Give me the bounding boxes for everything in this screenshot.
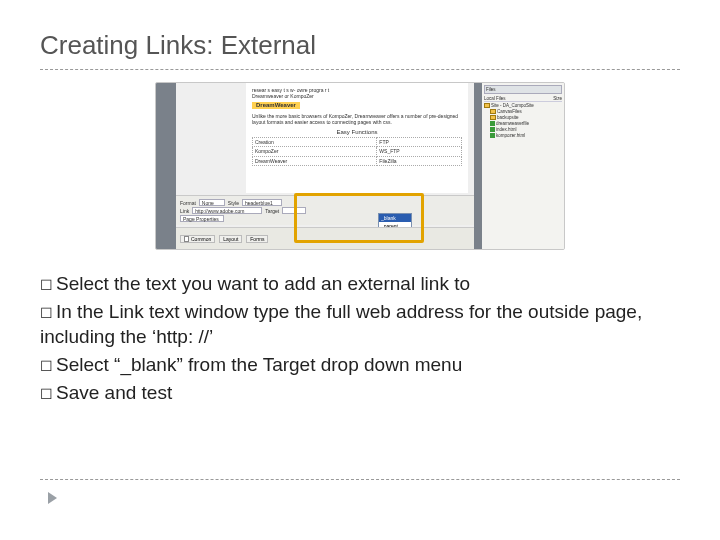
- document-view: resear s easy t s w- owre progra r t Dre…: [246, 83, 468, 193]
- site-root[interactable]: Site - DA_CompoSite: [491, 103, 534, 108]
- chip-label: Layout: [223, 236, 238, 242]
- doc-line: Dreamweaver or KompoZer: [252, 93, 462, 99]
- bullet-item: ☐In the Link text window type the full w…: [40, 299, 680, 350]
- target-option-blank[interactable]: _blank: [379, 214, 411, 222]
- checkbox-icon: ☐: [40, 357, 56, 376]
- file-item[interactable]: index.html: [496, 127, 517, 132]
- bullet-text: In the Link text window type the full we…: [40, 301, 642, 348]
- target-select[interactable]: [282, 207, 306, 214]
- toolbar-chip[interactable]: Layout: [219, 235, 242, 243]
- files-tab[interactable]: Files: [484, 85, 562, 94]
- file-icon: [490, 133, 495, 138]
- table-cell: WS_FTP: [377, 147, 462, 156]
- style-label: Style: [228, 200, 239, 206]
- table-cell: DreamWeaver: [253, 156, 377, 165]
- bullet-item: ☐Select “_blank” from the Target drop do…: [40, 352, 680, 378]
- file-icon: [490, 121, 495, 126]
- bullet-text: Select the text you want to add an exter…: [56, 273, 470, 294]
- folder-icon: [490, 109, 496, 114]
- style-select[interactable]: headerblue1: [242, 199, 282, 206]
- left-toolbar: [156, 83, 176, 249]
- table-cell: FTP: [377, 138, 462, 147]
- toolbar-chip[interactable]: Common: [180, 235, 215, 243]
- bullet-item: ☐Select the text you want to add an exte…: [40, 271, 680, 297]
- file-item[interactable]: kompozer.html: [496, 133, 525, 138]
- folder-icon: [484, 103, 490, 108]
- format-select[interactable]: None: [199, 199, 225, 206]
- bullet-text: Select “_blank” from the Target drop dow…: [56, 354, 462, 375]
- size-header: Size: [553, 96, 562, 101]
- footer-divider: [40, 479, 680, 480]
- target-label: Target: [265, 208, 279, 214]
- bullet-item: ☐Save and test: [40, 380, 680, 406]
- doc-paragraph: Unlike the more basic browsers of KompoZ…: [252, 113, 462, 126]
- panel-divider: [474, 83, 482, 249]
- table-cell: Creation: [253, 138, 377, 147]
- table-cell: KompoZer: [253, 147, 377, 156]
- link-input[interactable]: http://www.adobe.com: [192, 207, 262, 214]
- file-icon: [490, 127, 495, 132]
- bottom-toolbar: Common Layout Forms: [176, 227, 474, 249]
- checkbox-icon: ☐: [40, 276, 56, 295]
- chip-label: Forms: [250, 236, 264, 242]
- checkbox-icon: ☐: [40, 304, 56, 323]
- page-properties-button[interactable]: Page Properties: [180, 215, 224, 222]
- slide-title: Creating Links: External: [40, 30, 680, 61]
- file-item[interactable]: CanvasFiles: [497, 109, 522, 114]
- doc-subheading: Easy Functions: [252, 129, 462, 137]
- link-label: Link: [180, 208, 189, 214]
- table-cell: FileZilla: [377, 156, 462, 165]
- screenshot-mock: resear s easy t s w- owre progra r t Dre…: [155, 82, 565, 250]
- format-label: Format: [180, 200, 196, 206]
- toolbar-chip[interactable]: Forms: [246, 235, 268, 243]
- highlighted-word: DreamWeaver: [252, 102, 300, 110]
- file-item[interactable]: dreamweaverfile: [496, 121, 529, 126]
- figure-area: resear s easy t s w- owre progra r t Dre…: [40, 69, 680, 259]
- files-panel: Files Local FilesSize Site - DA_CompoSit…: [482, 83, 564, 249]
- bullet-list: ☐Select the text you want to add an exte…: [40, 271, 680, 405]
- chip-label: Common: [191, 236, 211, 242]
- checkbox-icon: ☐: [40, 385, 56, 404]
- properties-panel: Format None Style headerblue1 Link http:…: [176, 195, 474, 225]
- file-item[interactable]: backupsite: [497, 115, 519, 120]
- doc-icon: [184, 236, 189, 242]
- bullet-text: Save and test: [56, 382, 172, 403]
- next-arrow-icon: [48, 492, 57, 504]
- doc-table: CreationFTP KompoZerWS_FTP DreamWeaverFi…: [252, 137, 462, 166]
- local-files-label: Local Files: [484, 96, 506, 101]
- folder-icon: [490, 115, 496, 120]
